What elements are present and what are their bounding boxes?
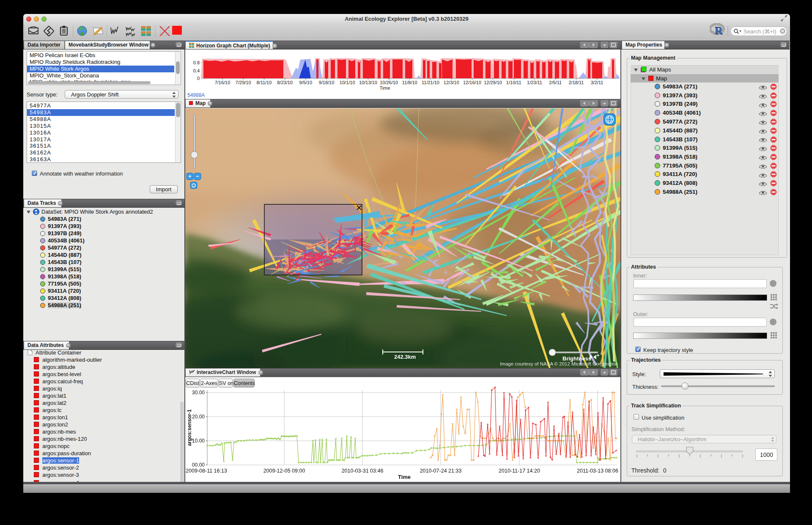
- svg-text:11/8/10: 11/8/10: [402, 80, 417, 85]
- svg-text:argos:sensor-1: argos:sensor-1: [187, 409, 192, 446]
- svg-text:Time: Time: [379, 85, 390, 91]
- svg-text:10/1/10: 10/1/10: [340, 80, 355, 85]
- svg-text:Image courtesy of NASA © 2012: Image courtesy of NASA © 2012 Microsoft …: [500, 361, 618, 366]
- svg-text:0.8: 0.8: [193, 60, 200, 65]
- svg-text:9/5/10: 9/5/10: [299, 80, 313, 85]
- svg-text:9/18/10: 9/18/10: [319, 80, 335, 85]
- svg-text:0.4: 0.4: [193, 68, 200, 73]
- svg-text:R: R: [715, 25, 723, 37]
- svg-text:242.3km: 242.3km: [394, 354, 416, 360]
- svg-text:3/2/11: 3/2/11: [591, 80, 604, 85]
- svg-text:20.00: 20.00: [192, 414, 205, 420]
- svg-text:10/26/10: 10/26/10: [380, 80, 398, 85]
- svg-text:1/23/11: 1/23/11: [527, 80, 542, 85]
- svg-text:2010-11-17 14:20: 2010-11-17 14:20: [499, 468, 540, 474]
- svg-text:2009-12-05 09:00: 2009-12-05 09:00: [263, 468, 305, 474]
- svg-text:30.00: 30.00: [192, 390, 205, 396]
- svg-text:00.00: 00.00: [192, 462, 205, 468]
- svg-text:7/29/10: 7/29/10: [236, 80, 251, 85]
- svg-text:0: 0: [197, 76, 200, 81]
- svg-text:10.00: 10.00: [192, 438, 205, 444]
- svg-text:2010-03-31 03:46: 2010-03-31 03:46: [342, 468, 384, 474]
- svg-text:Time: Time: [398, 474, 411, 480]
- svg-text:11/21/10: 11/21/10: [422, 80, 439, 85]
- svg-text:10/13/10: 10/13/10: [359, 80, 377, 85]
- svg-text:8/11/10: 8/11/10: [256, 80, 272, 85]
- svg-text:2011-03-13 08:06: 2011-03-13 08:06: [577, 468, 618, 474]
- svg-text:1/10/11: 1/10/11: [506, 80, 521, 85]
- svg-text:2009-08-11 16:13: 2009-08-11 16:13: [186, 468, 227, 474]
- svg-text:7/16/10: 7/16/10: [215, 80, 230, 85]
- svg-text:12/16/10: 12/16/10: [463, 80, 481, 85]
- svg-text:Brightness: Brightness: [562, 355, 591, 362]
- svg-text:12/3/10: 12/3/10: [444, 80, 459, 85]
- svg-text:−: −: [196, 173, 199, 179]
- svg-text:+: +: [188, 173, 192, 179]
- svg-text:8/23/10: 8/23/10: [277, 80, 293, 85]
- svg-text:2010-07-24 21:33: 2010-07-24 21:33: [420, 468, 462, 474]
- svg-text:2/18/11: 2/18/11: [568, 80, 584, 85]
- svg-text:2/5/11: 2/5/11: [549, 80, 562, 85]
- svg-text:12/29/10: 12/29/10: [484, 80, 502, 85]
